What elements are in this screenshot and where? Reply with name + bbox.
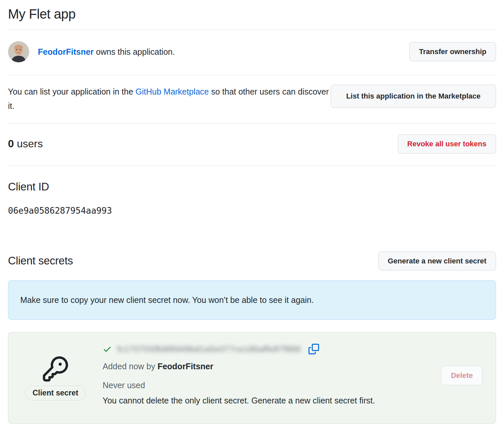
transfer-ownership-button[interactable]: Transfer ownership: [409, 42, 496, 61]
owner-owns-text: owns this application.: [94, 47, 175, 56]
client-secret-left-column: Client secret: [20, 356, 91, 400]
secret-delete-note: You cannot delete the only client secret…: [103, 394, 431, 407]
secret-added-line: Added now by FeodorFitsner: [103, 360, 431, 373]
owner-text: FeodorFitsner owns this application.: [38, 47, 175, 57]
client-secret-details: fc17070Sfb98fd49bd1a5e077ce186affe87f886…: [91, 344, 431, 407]
client-id-heading: Client ID: [8, 180, 496, 193]
github-marketplace-link[interactable]: GitHub Marketplace: [135, 87, 209, 96]
client-id-value: 06e9a0586287954aa993: [8, 206, 496, 216]
check-icon: [103, 344, 112, 354]
users-row: 0 users Revoke all user tokens: [8, 124, 496, 166]
client-secrets-header: Client secrets Generate a new client sec…: [8, 251, 496, 271]
generate-client-secret-button[interactable]: Generate a new client secret: [378, 251, 496, 271]
list-in-marketplace-button[interactable]: List this application in the Marketplace: [331, 85, 496, 108]
users-label: users: [14, 138, 43, 150]
marketplace-text-before: You can list your application in the: [8, 87, 135, 96]
marketplace-text: You can list your application in the Git…: [8, 85, 329, 113]
secret-usage-line: Never used: [103, 379, 431, 392]
copy-icon[interactable]: [308, 344, 319, 354]
owner-avatar: [8, 41, 29, 62]
secret-value-row: fc17070Sfb98fd49bd1a5e077ce186affe87f886: [103, 344, 431, 354]
marketplace-row: You can list your application in the Git…: [8, 75, 496, 123]
owner-username-link[interactable]: FeodorFitsner: [38, 47, 94, 56]
delete-secret-button[interactable]: Delete: [441, 366, 482, 385]
client-secret-panel: Client secret fc17070Sfb98fd49bd1a5e077c…: [8, 332, 496, 424]
users-count: 0: [8, 138, 14, 150]
app-settings-page: My Flet app FeodorFitsner owns this appl…: [0, 0, 504, 424]
secret-added-by: FeodorFitsner: [157, 362, 213, 371]
client-secret-badge: Client secret: [25, 386, 86, 400]
owner-row: FeodorFitsner owns this application. Tra…: [8, 30, 496, 75]
users-count-text: 0 users: [8, 138, 43, 150]
client-secret-blurred-value: fc17070Sfb98fd49bd1a5e077ce186affe87f886: [117, 344, 301, 354]
client-secrets-heading: Client secrets: [8, 254, 73, 267]
revoke-all-user-tokens-button[interactable]: Revoke all user tokens: [398, 134, 496, 154]
client-id-section: Client ID 06e9a0586287954aa993: [8, 166, 496, 216]
key-icon: [43, 356, 68, 382]
page-title: My Flet app: [8, 0, 496, 30]
copy-secret-notice-banner: Make sure to copy your new client secret…: [8, 280, 496, 320]
secret-added-prefix: Added now by: [103, 362, 157, 371]
